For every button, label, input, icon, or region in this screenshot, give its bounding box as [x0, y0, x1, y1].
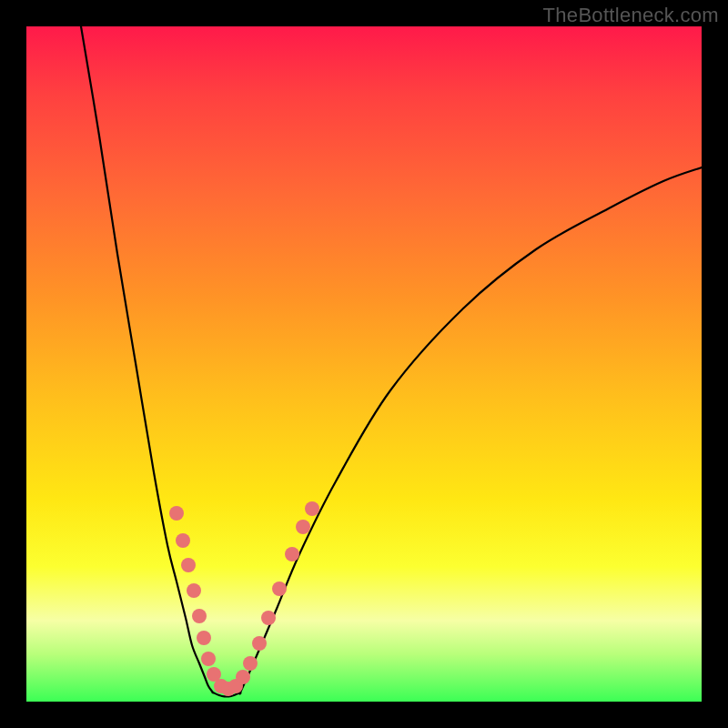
sample-dot	[261, 611, 276, 625]
sample-dot	[176, 533, 190, 548]
sample-dot	[272, 581, 287, 596]
sample-dot	[192, 609, 207, 623]
sample-dot	[252, 636, 267, 651]
bottleneck-curve	[26, 26, 702, 702]
sample-dot	[169, 506, 184, 521]
sample-dot	[285, 547, 299, 561]
sample-dot	[305, 501, 319, 516]
curve-line	[81, 26, 702, 697]
sample-dot	[181, 558, 196, 572]
sample-markers	[169, 501, 319, 696]
sample-dot	[201, 652, 216, 666]
sample-dot	[236, 670, 250, 684]
chart-plot-area	[26, 26, 702, 702]
sample-dot	[187, 583, 201, 598]
sample-dot	[243, 656, 258, 671]
watermark-text: TheBottleneck.com	[543, 4, 719, 27]
sample-dot	[296, 520, 310, 534]
sample-dot	[197, 631, 211, 645]
